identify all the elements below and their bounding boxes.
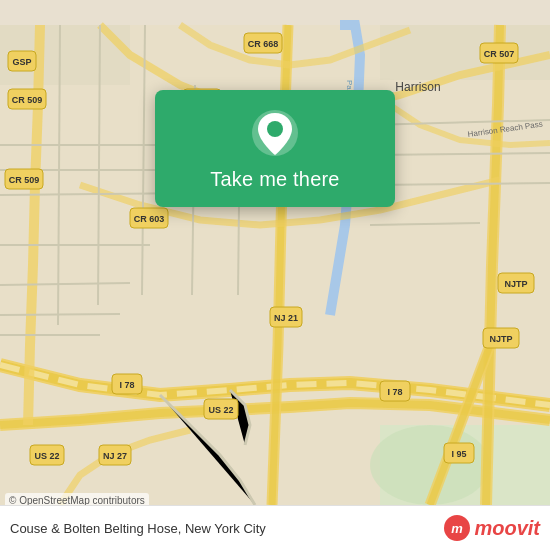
location-card: Take me there xyxy=(155,90,395,207)
map-container: CR 668 CR 507 GSP CR 509 CR 508 Harrison… xyxy=(0,0,550,550)
svg-text:US 22: US 22 xyxy=(208,405,233,415)
svg-text:NJTP: NJTP xyxy=(504,279,527,289)
location-pin-icon xyxy=(250,108,300,158)
take-me-there-button[interactable]: Take me there xyxy=(210,168,339,191)
svg-text:GSP: GSP xyxy=(12,57,31,67)
svg-line-10 xyxy=(0,314,120,315)
location-label: Couse & Bolten Belting Hose, New York Ci… xyxy=(10,521,443,536)
moovit-logo-text: moovit xyxy=(474,517,540,540)
svg-text:US 22: US 22 xyxy=(34,451,59,461)
svg-text:I 78: I 78 xyxy=(119,380,134,390)
svg-text:CR 509: CR 509 xyxy=(12,95,43,105)
svg-text:CR 509: CR 509 xyxy=(9,175,40,185)
svg-text:NJ 27: NJ 27 xyxy=(103,451,127,461)
svg-text:CR 668: CR 668 xyxy=(248,39,279,49)
map-background: CR 668 CR 507 GSP CR 509 CR 508 Harrison… xyxy=(0,0,550,550)
svg-text:CR 507: CR 507 xyxy=(484,49,515,59)
svg-text:I 78: I 78 xyxy=(387,387,402,397)
svg-point-57 xyxy=(267,121,283,137)
svg-text:NJTP: NJTP xyxy=(489,334,512,344)
svg-text:m: m xyxy=(452,521,464,536)
moovit-logo-icon: m xyxy=(443,514,471,542)
svg-text:NJ 21: NJ 21 xyxy=(274,313,298,323)
svg-text:Harrison: Harrison xyxy=(395,80,440,94)
bottom-bar: Couse & Bolten Belting Hose, New York Ci… xyxy=(0,505,550,550)
svg-text:I 95: I 95 xyxy=(451,449,466,459)
moovit-logo: m moovit xyxy=(443,514,540,542)
svg-text:CR 603: CR 603 xyxy=(134,214,165,224)
